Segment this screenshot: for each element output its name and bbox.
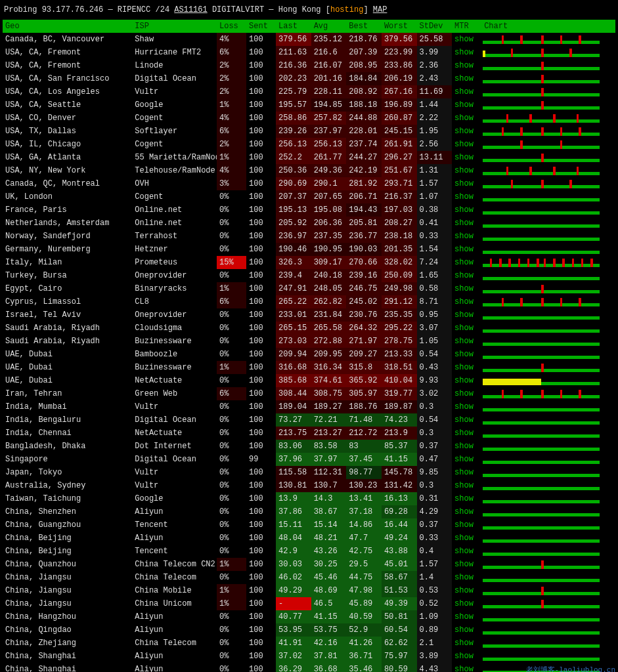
chart-sparkline[interactable] xyxy=(481,269,615,282)
mtr-show-link[interactable]: show xyxy=(452,243,481,256)
mtr-show-link[interactable]: show xyxy=(452,322,481,335)
col-sent[interactable]: Sent xyxy=(246,20,276,33)
chart-sparkline[interactable] xyxy=(481,282,615,295)
chart-sparkline[interactable] xyxy=(481,203,615,217)
chart-sparkline[interactable] xyxy=(481,413,615,427)
chart-sparkline[interactable] xyxy=(481,505,615,518)
mtr-show-link[interactable]: show xyxy=(452,492,481,505)
chart-sparkline[interactable] xyxy=(481,177,615,190)
chart-sparkline[interactable] xyxy=(481,584,615,597)
chart-sparkline[interactable] xyxy=(481,322,615,335)
mtr-show-link[interactable]: show xyxy=(452,663,481,672)
mtr-show-link[interactable]: show xyxy=(452,282,481,295)
mtr-show-link[interactable]: show xyxy=(452,558,481,571)
mtr-show-link[interactable]: show xyxy=(452,597,481,610)
mtr-show-link[interactable]: show xyxy=(452,623,481,637)
mtr-show-link[interactable]: show xyxy=(452,400,481,413)
chart-sparkline[interactable] xyxy=(481,230,615,243)
mtr-show-link[interactable]: show xyxy=(452,505,481,518)
chart-sparkline[interactable] xyxy=(481,545,615,558)
mtr-show-link[interactable]: show xyxy=(452,650,481,663)
chart-sparkline[interactable] xyxy=(481,164,615,177)
chart-sparkline[interactable] xyxy=(481,190,615,203)
chart-sparkline[interactable] xyxy=(481,243,615,256)
mtr-show-link[interactable]: show xyxy=(452,230,481,243)
col-geo[interactable]: Geo xyxy=(3,20,132,33)
mtr-show-link[interactable]: show xyxy=(452,545,481,558)
chart-sparkline[interactable] xyxy=(481,427,615,440)
chart-sparkline[interactable] xyxy=(481,400,615,413)
mtr-show-link[interactable]: show xyxy=(452,138,481,151)
mtr-show-link[interactable]: show xyxy=(452,387,481,400)
chart-sparkline[interactable] xyxy=(481,256,615,269)
col-isp[interactable]: ISP xyxy=(132,20,217,33)
asn-link[interactable]: AS11161 xyxy=(174,5,207,14)
mtr-show-link[interactable]: show xyxy=(452,256,481,269)
mtr-show-link[interactable]: show xyxy=(452,571,481,584)
col-worst[interactable]: Worst xyxy=(382,20,417,33)
chart-sparkline[interactable] xyxy=(481,453,615,466)
mtr-show-link[interactable]: show xyxy=(452,164,481,177)
chart-sparkline[interactable] xyxy=(481,308,615,322)
chart-sparkline[interactable] xyxy=(481,637,615,650)
chart-sparkline[interactable] xyxy=(481,151,615,164)
mtr-show-link[interactable]: show xyxy=(452,374,481,387)
mtr-show-link[interactable]: show xyxy=(452,98,481,112)
chart-sparkline[interactable] xyxy=(481,492,615,505)
col-mtr[interactable]: MTR xyxy=(452,20,481,33)
chart-sparkline[interactable] xyxy=(481,597,615,610)
mtr-show-link[interactable]: show xyxy=(452,361,481,374)
chart-sparkline[interactable] xyxy=(481,440,615,453)
mtr-show-link[interactable]: show xyxy=(452,177,481,190)
mtr-show-link[interactable]: show xyxy=(452,518,481,532)
col-last[interactable]: Last xyxy=(276,20,311,33)
col-loss[interactable]: Loss xyxy=(217,20,246,33)
mtr-show-link[interactable]: show xyxy=(452,33,481,46)
mtr-show-link[interactable]: show xyxy=(452,532,481,545)
mtr-show-link[interactable]: show xyxy=(452,335,481,348)
mtr-show-link[interactable]: show xyxy=(452,217,481,230)
mtr-show-link[interactable]: show xyxy=(452,203,481,217)
chart-sparkline[interactable] xyxy=(481,479,615,492)
chart-sparkline[interactable] xyxy=(481,72,615,85)
col-best[interactable]: Best xyxy=(346,20,382,33)
mtr-show-link[interactable]: show xyxy=(452,190,481,203)
mtr-show-link[interactable]: show xyxy=(452,466,481,479)
chart-sparkline[interactable] xyxy=(481,361,615,374)
mtr-show-link[interactable]: show xyxy=(452,269,481,282)
chart-sparkline[interactable] xyxy=(481,374,615,387)
mtr-show-link[interactable]: show xyxy=(452,295,481,308)
mtr-show-link[interactable]: show xyxy=(452,610,481,623)
chart-sparkline[interactable] xyxy=(481,466,615,479)
chart-sparkline[interactable] xyxy=(481,650,615,663)
chart-sparkline[interactable] xyxy=(481,125,615,138)
chart-sparkline[interactable] xyxy=(481,217,615,230)
chart-sparkline[interactable] xyxy=(481,46,615,59)
chart-sparkline[interactable] xyxy=(481,112,615,125)
mtr-show-link[interactable]: show xyxy=(452,125,481,138)
mtr-show-link[interactable]: show xyxy=(452,72,481,85)
mtr-show-link[interactable]: show xyxy=(452,151,481,164)
chart-sparkline[interactable] xyxy=(481,532,615,545)
col-chart[interactable]: Chart xyxy=(481,20,615,33)
mtr-show-link[interactable]: show xyxy=(452,413,481,427)
chart-sparkline[interactable] xyxy=(481,571,615,584)
chart-sparkline[interactable] xyxy=(481,138,615,151)
col-avg[interactable]: Avg xyxy=(311,20,347,33)
chart-sparkline[interactable] xyxy=(481,348,615,361)
chart-sparkline[interactable] xyxy=(481,610,615,623)
mtr-show-link[interactable]: show xyxy=(452,112,481,125)
chart-sparkline[interactable] xyxy=(481,98,615,112)
chart-sparkline[interactable] xyxy=(481,85,615,98)
chart-sparkline[interactable] xyxy=(481,335,615,348)
mtr-show-link[interactable]: show xyxy=(452,46,481,59)
mtr-show-link[interactable]: show xyxy=(452,584,481,597)
map-link[interactable]: MAP xyxy=(373,5,387,14)
mtr-show-link[interactable]: show xyxy=(452,479,481,492)
chart-sparkline[interactable] xyxy=(481,663,615,672)
chart-sparkline[interactable] xyxy=(481,623,615,637)
mtr-show-link[interactable]: show xyxy=(452,427,481,440)
col-stdev[interactable]: StDev xyxy=(417,20,452,33)
chart-sparkline[interactable] xyxy=(481,295,615,308)
chart-sparkline[interactable] xyxy=(481,33,615,46)
